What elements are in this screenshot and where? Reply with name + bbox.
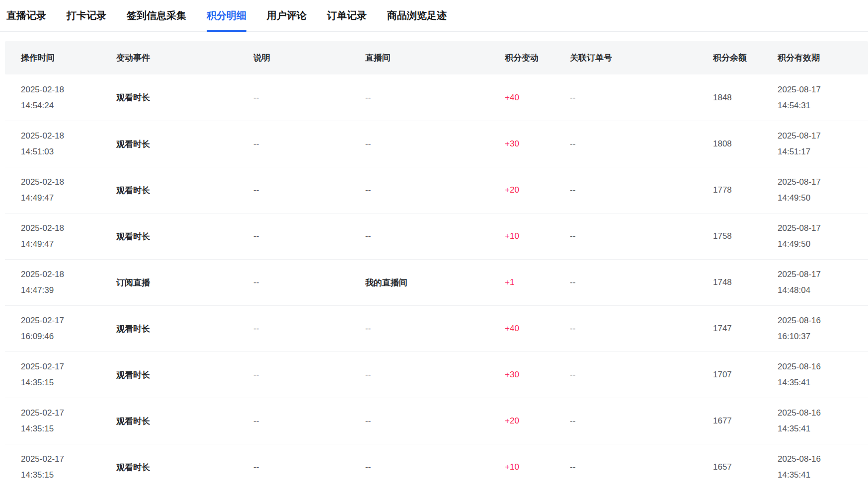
cell-points-change: +30 — [505, 370, 570, 380]
cell-operation-time: 2025-02-17 16:09:46 — [21, 313, 116, 345]
tab-item-6[interactable]: 商品浏览足迹 — [387, 0, 447, 31]
cell-operation-time: 2025-02-17 14:35:15 — [21, 405, 116, 437]
tab-item-1[interactable]: 打卡记录 — [67, 0, 106, 31]
header-cell-points-balance: 积分余额 — [713, 52, 778, 64]
cell-points-balance: 1758 — [713, 231, 778, 241]
expire-clock: 14:35:41 — [778, 421, 868, 437]
cell-note: -- — [253, 324, 365, 334]
operation-date: 2025-02-18 — [21, 267, 116, 282]
cell-points-change: +20 — [505, 416, 570, 426]
operation-date: 2025-02-17 — [21, 313, 116, 329]
cell-points-validity: 2025-08-17 14:49:50 — [778, 174, 868, 206]
table-row: 2025-02-18 14:49:47 观看时长 -- -- +20 -- 17… — [5, 167, 868, 213]
cell-change-event: 观看时长 — [116, 323, 253, 335]
cell-change-event: 观看时长 — [116, 185, 253, 196]
cell-points-validity: 2025-08-17 14:49:50 — [778, 220, 868, 252]
expire-clock: 14:49:50 — [778, 190, 868, 206]
tab-item-0[interactable]: 直播记录 — [6, 0, 46, 31]
table-row: 2025-02-17 14:35:15 观看时长 -- -- +30 -- 17… — [5, 351, 868, 398]
table-row: 2025-02-18 14:54:24 观看时长 -- -- +40 -- 18… — [5, 74, 868, 121]
cell-operation-time: 2025-02-18 14:51:03 — [21, 128, 116, 160]
cell-note: -- — [253, 185, 365, 195]
tab-item-3[interactable]: 积分明细 — [207, 0, 246, 31]
operation-date: 2025-02-17 — [21, 451, 116, 467]
cell-note: -- — [253, 139, 365, 149]
table-row: 2025-02-17 14:35:15 观看时长 -- -- +20 -- 16… — [5, 398, 868, 444]
cell-points-balance: 1657 — [713, 462, 778, 472]
cell-related-order: -- — [570, 370, 713, 380]
tab-item-5[interactable]: 订单记录 — [327, 0, 367, 31]
cell-points-validity: 2025-08-17 14:48:04 — [778, 267, 868, 298]
operation-date: 2025-02-17 — [21, 405, 116, 421]
expire-date: 2025-08-17 — [778, 128, 868, 144]
cell-points-change: +10 — [505, 231, 570, 241]
cell-note: -- — [253, 231, 365, 241]
cell-note: -- — [253, 93, 365, 103]
cell-live-room: -- — [365, 93, 505, 103]
operation-clock: 14:35:15 — [21, 421, 116, 437]
expire-date: 2025-08-17 — [778, 267, 868, 282]
expire-clock: 16:10:37 — [778, 329, 868, 345]
cell-points-change: +40 — [505, 324, 570, 334]
operation-clock: 16:09:46 — [21, 329, 116, 345]
points-table: 操作时间 变动事件 说明 直播间 积分变动 关联订单号 积分余额 积分有效期 2… — [5, 41, 868, 490]
cell-points-change: +1 — [505, 278, 570, 287]
operation-clock: 14:35:15 — [21, 467, 116, 483]
cell-points-balance: 1747 — [713, 324, 778, 334]
cell-change-event: 观看时长 — [116, 416, 253, 427]
cell-live-room: -- — [365, 370, 505, 380]
operation-date: 2025-02-18 — [21, 128, 116, 144]
cell-operation-time: 2025-02-17 14:35:15 — [21, 451, 116, 483]
table-body: 2025-02-18 14:54:24 观看时长 -- -- +40 -- 18… — [5, 74, 868, 490]
cell-points-change: +20 — [505, 185, 570, 195]
expire-date: 2025-08-16 — [778, 405, 868, 421]
table-row: 2025-02-18 14:51:03 观看时长 -- -- +30 -- 18… — [5, 121, 868, 167]
expire-date: 2025-08-16 — [778, 313, 868, 329]
cell-operation-time: 2025-02-18 14:49:47 — [21, 220, 116, 252]
cell-change-event: 观看时长 — [116, 462, 253, 473]
table-row: 2025-02-17 16:09:46 观看时长 -- -- +40 -- 17… — [5, 305, 868, 351]
cell-operation-time: 2025-02-18 14:49:47 — [21, 174, 116, 206]
cell-related-order: -- — [570, 139, 713, 149]
operation-clock: 14:49:47 — [21, 236, 116, 252]
cell-points-change: +10 — [505, 462, 570, 472]
expire-date: 2025-08-17 — [778, 174, 868, 190]
cell-related-order: -- — [570, 93, 713, 103]
cell-change-event: 观看时长 — [116, 139, 253, 150]
header-cell-points-change: 积分变动 — [505, 52, 570, 64]
cell-points-validity: 2025-08-17 14:51:17 — [778, 128, 868, 160]
header-cell-related-order: 关联订单号 — [570, 52, 713, 64]
cell-points-balance: 1677 — [713, 416, 778, 426]
operation-date: 2025-02-18 — [21, 220, 116, 236]
header-cell-note: 说明 — [253, 52, 365, 64]
cell-live-room: -- — [365, 416, 505, 426]
cell-live-room: -- — [365, 139, 505, 149]
tab-item-2[interactable]: 签到信息采集 — [127, 0, 186, 31]
cell-change-event: 观看时长 — [116, 369, 253, 381]
header-cell-live-room: 直播间 — [365, 52, 505, 64]
cell-change-event: 订阅直播 — [116, 277, 253, 288]
cell-note: -- — [253, 278, 365, 287]
cell-note: -- — [253, 370, 365, 380]
expire-clock: 14:48:04 — [778, 282, 868, 298]
cell-points-change: +40 — [505, 93, 570, 103]
tab-item-4[interactable]: 用户评论 — [267, 0, 307, 31]
operation-clock: 14:47:39 — [21, 282, 116, 298]
cell-points-balance: 1748 — [713, 278, 778, 287]
cell-operation-time: 2025-02-18 14:54:24 — [21, 82, 116, 114]
cell-points-validity: 2025-08-16 14:35:41 — [778, 359, 868, 391]
expire-date: 2025-08-17 — [778, 220, 868, 236]
expire-clock: 14:49:50 — [778, 236, 868, 252]
expire-date: 2025-08-16 — [778, 451, 868, 467]
tab-bar: 直播记录打卡记录签到信息采集积分明细用户评论订单记录商品浏览足迹 — [0, 0, 868, 32]
cell-related-order: -- — [570, 324, 713, 334]
cell-live-room: -- — [365, 324, 505, 334]
table-row: 2025-02-17 14:35:15 观看时长 -- -- +10 -- 16… — [5, 444, 868, 490]
cell-change-event: 观看时长 — [116, 231, 253, 242]
cell-points-validity: 2025-08-16 14:35:41 — [778, 405, 868, 437]
cell-related-order: -- — [570, 278, 713, 287]
cell-points-balance: 1707 — [713, 370, 778, 380]
expire-clock: 14:35:41 — [778, 467, 868, 483]
table-row: 2025-02-18 14:47:39 订阅直播 -- 我的直播间 +1 -- … — [5, 259, 868, 305]
cell-live-room: 我的直播间 — [365, 277, 505, 288]
